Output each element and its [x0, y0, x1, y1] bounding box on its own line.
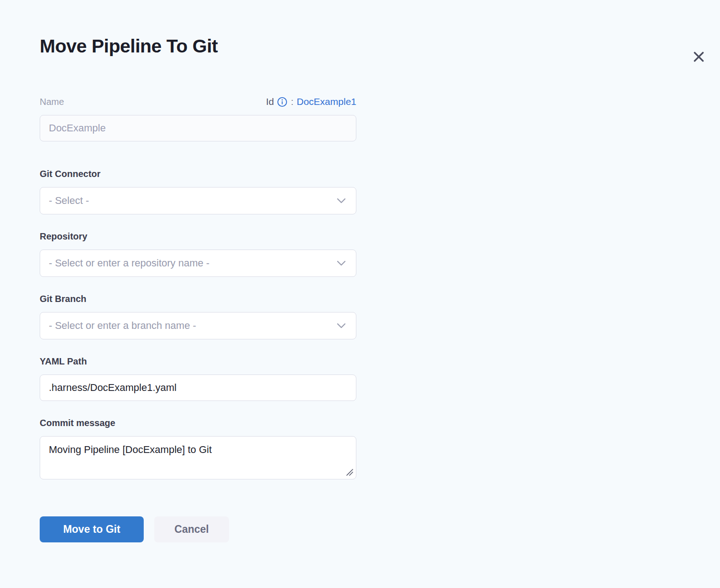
commit-message-field-group: Commit message Moving Pipeline [DocExamp… [40, 418, 356, 479]
dialog-actions: Move to Git Cancel [40, 516, 720, 542]
move-pipeline-form: Name Id : DocExample1 Git Connector [40, 96, 356, 479]
yaml-path-field-group: YAML Path [40, 356, 356, 401]
cancel-button[interactable]: Cancel [154, 516, 229, 542]
repository-label: Repository [40, 231, 87, 242]
git-branch-select[interactable]: - Select or enter a branch name - [40, 312, 356, 339]
git-connector-select[interactable]: - Select - [40, 187, 356, 214]
git-connector-label: Git Connector [40, 169, 100, 179]
close-button[interactable] [690, 48, 707, 65]
git-connector-placeholder: - Select - [49, 195, 89, 207]
git-branch-label: Git Branch [40, 294, 86, 304]
repository-placeholder: - Select or enter a repository name - [49, 257, 209, 269]
pipeline-id-row: Id : DocExample1 [266, 96, 356, 107]
chevron-down-icon [337, 323, 346, 328]
id-separator: : [291, 96, 293, 107]
commit-message-textarea[interactable]: Moving Pipeline [DocExample] to Git [40, 436, 356, 479]
name-input[interactable] [40, 115, 356, 141]
git-connector-field-group: Git Connector - Select - [40, 169, 356, 214]
repository-select[interactable]: - Select or enter a repository name - [40, 250, 356, 277]
move-pipeline-to-git-dialog: Move Pipeline To Git Name Id : DocExampl… [0, 35, 720, 588]
yaml-path-input[interactable] [40, 375, 356, 401]
page-title: Move Pipeline To Git [40, 35, 720, 57]
name-label: Name [40, 97, 64, 107]
repository-field-group: Repository - Select or enter a repositor… [40, 231, 356, 277]
name-field-group: Name Id : DocExample1 [40, 96, 356, 141]
yaml-path-label: YAML Path [40, 356, 87, 367]
close-icon [692, 50, 706, 64]
git-branch-field-group: Git Branch - Select or enter a branch na… [40, 294, 356, 339]
chevron-down-icon [337, 198, 346, 203]
id-label: Id [266, 96, 274, 107]
git-branch-placeholder: - Select or enter a branch name - [49, 320, 196, 332]
chevron-down-icon [337, 260, 346, 266]
move-to-git-button[interactable]: Move to Git [40, 516, 144, 542]
info-circle-icon[interactable] [277, 97, 287, 107]
commit-message-label: Commit message [40, 418, 115, 428]
pipeline-id-link[interactable]: DocExample1 [297, 96, 356, 107]
